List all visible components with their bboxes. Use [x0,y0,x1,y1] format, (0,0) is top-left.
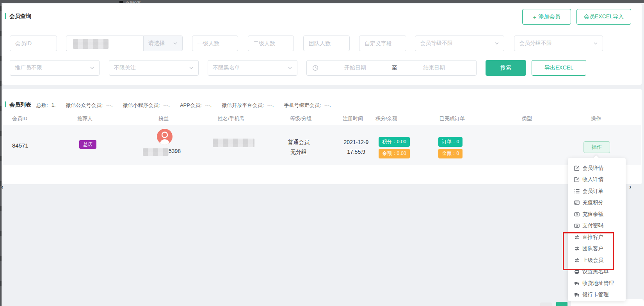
stat-app: APP会员:---, [180,102,212,109]
section-accent-bar [5,101,6,107]
menu-item-direct-customers[interactable]: 直推客户 [568,231,626,243]
pagination-page-button[interactable] [556,302,568,306]
export-excel-button[interactable]: 导出EXCEL [532,60,586,76]
custom-field-wrap [359,36,406,51]
banknote-icon [574,223,580,228]
referrer-badge: 总店 [79,140,96,149]
scroll-right-arrow[interactable]: › [629,183,632,190]
stat-wechat-official: 微信公众号会员:---, [66,102,112,109]
card-icon [574,200,580,205]
truck-icon [574,281,580,286]
register-clock: 17:55:9 [338,147,375,157]
level-group-cell: 普通会员 无分组 [277,137,320,157]
menu-item-recharge-balance[interactable]: 充值余额 [568,208,626,220]
swap-icon [574,246,580,251]
date-start-placeholder[interactable]: 开始日期 [318,64,392,71]
member-id-value: 84571 [12,142,28,149]
section-accent-bar [5,13,6,19]
list-panel-title: 会员列表 [9,101,31,109]
chevron-down-icon [593,41,598,46]
chevron-down-icon [288,66,292,70]
member-level-select[interactable]: 会员等级不限 [415,36,504,51]
add-member-button[interactable]: + 添加会员 [522,9,571,25]
stat-phone-bound: 手机号绑定会员:---, [284,102,331,109]
col-points-balance: 积分/余额 [375,115,397,122]
register-date: 2021-12-9 [338,137,375,147]
list-icon [574,189,580,194]
edit-icon [574,165,580,171]
row-action-menu: 会员详情 收入详情 会员订单 充值积分 充值余额 支付密码 直推客户 团队客户 … [568,158,626,301]
sidebar-item-fragment: 会员设置 [117,0,152,3]
menu-square-icon [119,1,123,3]
custom-field-input[interactable] [359,36,406,51]
team-count-wrap [303,36,350,51]
orders-badge: 订单：0 [438,137,463,147]
level1-count-wrap [192,36,238,51]
menu-item-bank-card[interactable]: 银行卡管理 [568,289,626,301]
excel-import-button[interactable]: 会员EXCEL导入 [576,9,631,25]
table-row[interactable] [3,125,641,165]
menu-item-upper-member[interactable]: 上级会员 [568,254,626,266]
balance-badge: 余额：0.00 [379,149,410,158]
blacklist-select[interactable]: 不限黑名单 [208,60,297,76]
level2-count-wrap [248,36,294,51]
bank-card-icon [574,292,580,297]
col-referrer: 推荐人 [77,115,93,122]
col-actions: 操作 [591,115,601,122]
level2-count-input[interactable] [248,36,294,51]
search-button[interactable]: 搜索 [486,60,526,76]
menu-item-pay-password[interactable]: 支付密码 [568,220,626,232]
plus-icon: + [533,14,537,20]
keyword-type-select[interactable]: 请选择 [143,36,183,51]
row-action-button[interactable]: 操作 [584,141,610,153]
menu-item-recharge-points[interactable]: 充值积分 [568,197,626,209]
keyword-search-field[interactable] [66,36,143,51]
query-panel-title: 会员查询 [9,13,31,20]
col-completed-orders: 已完成订单 [439,115,465,122]
top-window-strip: 会员设置 [0,0,644,3]
date-end-placeholder[interactable]: 结束日期 [397,64,471,71]
member-level: 普通会员 [277,137,320,147]
menu-item-income-detail[interactable]: 收入详情 [568,174,626,186]
member-group-select[interactable]: 会员分组不限 [514,36,603,51]
minus-circle-icon [574,269,580,274]
menu-item-set-blacklist[interactable]: 设置黑名单 [568,266,626,278]
pagination-prev-button[interactable] [540,302,552,306]
level1-count-input[interactable] [192,36,238,51]
member-id-input[interactable] [10,36,57,51]
redacted-fan-name [143,148,169,156]
col-member-id: 会员ID [12,115,27,122]
redacted-keyword-value [73,39,109,49]
follow-select[interactable]: 不限关注 [109,60,199,76]
edit-icon [574,177,580,182]
scroll-left-arrow[interactable]: ‹ [1,183,4,190]
register-time-cell: 2021-12-9 17:55:9 [338,137,375,157]
add-member-label: 添加会员 [538,13,560,20]
col-level-group: 等级/分组 [290,115,312,122]
redacted-name-phone [213,139,254,147]
clock-icon [312,65,318,71]
stat-total: 总数:1, [36,102,55,109]
amount-badge: 金额：0 [438,149,463,158]
menu-item-team-customers[interactable]: 团队客户 [568,243,626,255]
date-range-picker[interactable]: 开始日期 至 结束日期 [306,60,477,76]
member-stats: 总数:1, 微信公众号会员:---, 微信小程序会员:---, APP会员:--… [36,102,331,109]
person-icon [157,129,173,144]
stat-wechat-open: 微信开放平台会员:---, [222,102,274,109]
points-badge: 积分：0.00 [379,137,410,147]
left-sidebar-sliver [0,3,2,306]
swap-icon [574,258,580,263]
fan-avatar [157,129,173,144]
chevron-down-icon [495,41,499,46]
col-type: 类型 [522,115,532,122]
col-register-time: 注册时间 [343,115,363,122]
banknote-icon [574,212,580,217]
chevron-down-icon [173,41,178,46]
stat-wechat-miniprogram: 微信小程序会员:---, [123,102,170,109]
team-count-input[interactable] [303,36,350,51]
menu-item-member-orders[interactable]: 会员订单 [568,185,626,197]
promoter-select[interactable]: 推广员不限 [10,60,100,76]
member-id-field-wrap [10,36,57,51]
menu-item-shipping-address[interactable]: 收货地址管理 [568,278,626,289]
menu-item-member-detail[interactable]: 会员详情 [568,162,626,174]
